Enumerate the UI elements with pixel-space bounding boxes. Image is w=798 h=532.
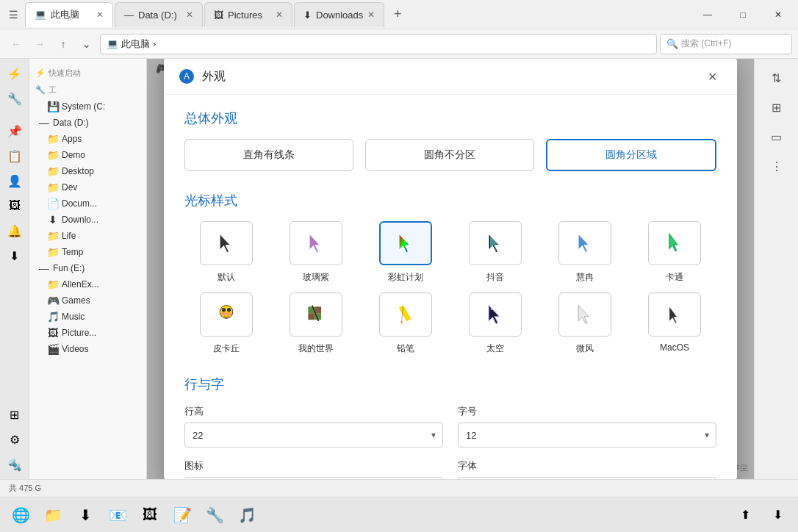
icon-size-select[interactable]: 162024: [184, 477, 443, 479]
up-button[interactable]: ↑: [53, 34, 73, 54]
font-family-select[interactable]: 微软雅黑宋体黑体: [458, 477, 716, 479]
panel-icon-4[interactable]: ⋮: [763, 153, 790, 179]
main-area: ⚡ 🔧 📌 📋 👤 🖼 🔔 ⬇ ⊞ ⚙ 🔩 ⚡ 快速启动 🔧 工 💾S: [0, 59, 798, 479]
row-height-select[interactable]: 222428: [184, 423, 443, 447]
rowfont-section-title: 行与字: [184, 375, 716, 393]
close-button[interactable]: ✕: [761, 3, 795, 26]
sidebar-item-7[interactable]: ⬇Downlo...: [29, 212, 146, 228]
sidebar-item-2[interactable]: 📁Apps: [29, 131, 146, 147]
list-icon[interactable]: 📋: [3, 144, 26, 168]
recent-button[interactable]: ⌄: [76, 34, 97, 54]
svg-point-16: [496, 312, 497, 312]
toolbar-icon[interactable]: 🔧: [3, 87, 26, 110]
cursor-item-rainbow[interactable]: 彩虹计划: [364, 221, 447, 284]
sidebar-item-12[interactable]: 🎮Games: [29, 292, 146, 309]
cursor-item-cartoon[interactable]: 卡通: [633, 221, 716, 284]
search-icon: 🔍: [666, 38, 678, 49]
tab-close-tab1[interactable]: ✕: [96, 10, 104, 20]
grid-icon[interactable]: ⊞: [3, 403, 26, 426]
taskbar-icon-download[interactable]: ⬇: [71, 500, 100, 530]
row-height-label: 行高: [184, 405, 443, 418]
appearance-buttons-group: 直角有线条圆角不分区圆角分区域: [184, 139, 716, 171]
breadcrumb-text: 此电脑: [121, 37, 150, 51]
new-tab-button[interactable]: +: [386, 3, 409, 26]
appearance-btn-2[interactable]: 圆角分区域: [546, 139, 716, 171]
taskbar-icon-globe[interactable]: 🌐: [6, 500, 35, 530]
cursor-label-glass: 玻璃紫: [303, 271, 329, 284]
tab-close-tab2[interactable]: ✕: [186, 10, 193, 20]
tab-tab3[interactable]: 🖼Pictures✕: [204, 2, 292, 27]
cursor-item-space[interactable]: 太空: [453, 292, 537, 355]
panel-icon-2[interactable]: ⊞: [763, 94, 790, 121]
minimize-button[interactable]: —: [691, 3, 725, 26]
cursor-item-pencil[interactable]: 铅笔: [364, 292, 447, 355]
appearance-btn-0[interactable]: 直角有线条: [184, 139, 353, 171]
maximize-button[interactable]: □: [726, 3, 760, 26]
sidebar-item-10[interactable]: —Fun (E:): [29, 260, 146, 276]
pin-icon[interactable]: 📌: [3, 119, 26, 143]
notification-icon[interactable]: 🔔: [3, 219, 26, 242]
sidebar-item-label-13: Music: [62, 312, 85, 322]
quick-access-header[interactable]: ⚡ 快速启动: [29, 65, 146, 82]
sidebar-item-3[interactable]: 📁Demo: [29, 147, 146, 163]
sidebar-item-9[interactable]: 📁Temp: [29, 244, 146, 260]
cursor-item-douyin[interactable]: 抖音: [453, 221, 537, 284]
taskbar-icon-music[interactable]: 🎵: [232, 500, 262, 530]
tab-tab1[interactable]: 💻此电脑✕: [25, 2, 113, 27]
cursor-box-macos: [648, 292, 701, 337]
search-box[interactable]: 🔍 搜索 (Ctrl+F): [660, 34, 792, 54]
cursor-item-minecraft[interactable]: 我的世界: [274, 292, 358, 355]
tab-label: Data (D:): [138, 10, 177, 21]
cursor-box-breeze: [558, 292, 611, 337]
icon-size-group: 图标 162024: [184, 459, 443, 479]
cursor-item-default[interactable]: 默认: [184, 221, 268, 284]
taskbar-icon-folder[interactable]: 📁: [38, 500, 68, 530]
cursor-grid: 默认 玻璃紫 彩虹计划 抖音 慧冉 卡通 皮卡丘 我的世界: [184, 221, 716, 355]
cursor-label-cartoon: 卡通: [666, 271, 683, 284]
window-frame: ☰ 💻此电脑✕—Data (D:)✕🖼Pictures✕⬇Downloads✕ …: [0, 0, 798, 532]
tab-tab2[interactable]: —Data (D:)✕: [115, 2, 203, 27]
panel-icon-3[interactable]: ▭: [763, 123, 790, 150]
modal-close-button[interactable]: ✕: [702, 66, 722, 87]
taskbar-icon-note[interactable]: 📝: [168, 500, 197, 530]
quick-access-icon[interactable]: ⚡: [3, 62, 26, 85]
gear-icon[interactable]: 🔩: [3, 453, 26, 476]
back-button[interactable]: ←: [6, 34, 26, 54]
forward-button[interactable]: →: [29, 34, 50, 54]
image-icon[interactable]: 🖼: [3, 194, 26, 218]
tab-close-tab3[interactable]: ✕: [276, 10, 283, 20]
hamburger-menu[interactable]: ☰: [3, 4, 24, 25]
appearance-btn-1[interactable]: 圆角不分区: [365, 139, 534, 171]
sidebar-item-13[interactable]: 🎵Music: [29, 309, 146, 325]
taskbar-icon-mail[interactable]: 📧: [103, 500, 132, 530]
taskbar-icon-settings[interactable]: 🔧: [200, 500, 229, 530]
toolbar-header[interactable]: 🔧 工: [29, 82, 146, 98]
tab-close-tab4[interactable]: ✕: [367, 10, 375, 20]
sidebar-item-5[interactable]: 📁Dev: [29, 179, 146, 195]
cursor-item-huiran[interactable]: 慧冉: [543, 221, 627, 284]
breadcrumb[interactable]: 💻 此电脑 ›: [100, 34, 657, 54]
sidebar-item-6[interactable]: 📄Docum...: [29, 195, 146, 212]
sidebar-item-14[interactable]: 🖼Picture...: [29, 325, 146, 341]
sidebar-item-0[interactable]: 💾System (C:: [29, 98, 146, 115]
svg-point-15: [491, 309, 492, 310]
settings-icon[interactable]: ⚙: [3, 428, 26, 451]
download-arrow-icon[interactable]: ⬇: [3, 244, 26, 267]
cursor-item-breeze[interactable]: 微风: [543, 292, 627, 355]
sidebar-item-8[interactable]: 📁Life: [29, 228, 146, 244]
cursor-item-glass[interactable]: 玻璃紫: [274, 221, 358, 284]
cursor-item-macos[interactable]: MacOS: [633, 292, 716, 355]
panel-icon-1[interactable]: ⇅: [763, 65, 790, 91]
font-family-label: 字体: [458, 459, 716, 472]
sort-desc-button[interactable]: ⬇: [763, 500, 792, 530]
cursor-item-pikachu[interactable]: 皮卡丘: [184, 292, 268, 355]
sidebar-item-4[interactable]: 📁Desktop: [29, 163, 146, 179]
font-size-select[interactable]: 121314: [458, 423, 716, 447]
tab-tab4[interactable]: ⬇Downloads✕: [294, 2, 384, 27]
sidebar-item-11[interactable]: 📁AllenEx...: [29, 276, 146, 292]
user-icon[interactable]: 👤: [3, 169, 26, 193]
sort-asc-button[interactable]: ⬆: [730, 500, 760, 530]
sidebar-item-15[interactable]: 🎬Videos: [29, 341, 146, 357]
taskbar-icon-image[interactable]: 🖼: [135, 500, 165, 530]
sidebar-item-1[interactable]: —Data (D:): [29, 115, 146, 131]
